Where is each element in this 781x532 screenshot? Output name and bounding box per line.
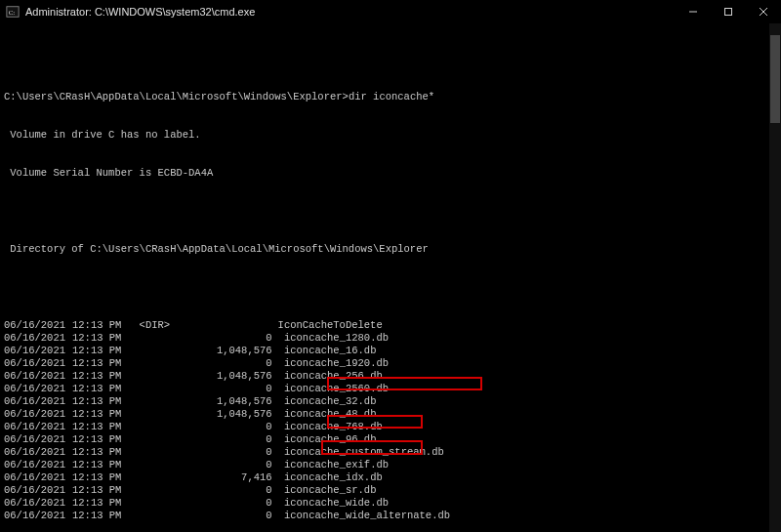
dir-entry: 06/16/202112:13 PM 0 iconcache_wide_alte…: [4, 510, 781, 522]
dir-entry: 06/16/202112:13 PM 0 iconcache_wide.db: [4, 497, 781, 510]
terminal-output: C:\Users\CRasH\AppData\Local\Microsoft\W…: [0, 23, 781, 532]
prompt-path: C:\Users\CRasH\AppData\Local\Microsoft\W…: [4, 91, 343, 102]
dir-entry: 06/16/202112:13 PM 0 iconcache_custom_st…: [4, 446, 781, 459]
scrollbar-track[interactable]: [769, 23, 781, 532]
window-title: Administrator: C:\WINDOWS\system32\cmd.e…: [25, 6, 676, 18]
dir-entry: 06/16/202112:13 PM 1,048,576 iconcache_2…: [4, 370, 781, 383]
cmd-icon: C:: [6, 5, 20, 19]
window-titlebar: C: Administrator: C:\WINDOWS\system32\cm…: [0, 0, 781, 23]
command-dir: dir iconcache*: [349, 91, 434, 102]
dir-entry: 06/16/202112:13 PM 0 iconcache_1920.db: [4, 357, 781, 370]
dir-entry: 06/16/202112:13 PM 0 iconcache_sr.db: [4, 484, 781, 497]
dir-entry: 06/16/202112:13 PM 0 iconcache_768.db: [4, 421, 781, 433]
directory-listing: 06/16/202112:13 PM <DIR>IconCacheToDelet…: [4, 319, 781, 522]
volume-line: Volume in drive C has no label.: [4, 129, 781, 142]
directory-of-line: Directory of C:\Users\CRasH\AppData\Loca…: [4, 243, 781, 256]
maximize-button[interactable]: [711, 0, 746, 23]
terminal-area[interactable]: C:\Users\CRasH\AppData\Local\Microsoft\W…: [0, 23, 781, 532]
dir-entry: 06/16/202112:13 PM 1,048,576 iconcache_4…: [4, 408, 781, 421]
close-button[interactable]: [746, 0, 781, 23]
dir-entry: 06/16/202112:13 PM 0 iconcache_96.db: [4, 433, 781, 446]
dir-entry: 06/16/202112:13 PM <DIR>IconCacheToDelet…: [4, 319, 781, 332]
svg-rect-3: [725, 9, 732, 16]
window-controls: [676, 0, 781, 23]
dir-entry: 06/16/202112:13 PM 7,416 iconcache_idx.d…: [4, 471, 781, 484]
dir-entry: 06/16/202112:13 PM 1,048,576 iconcache_1…: [4, 345, 781, 357]
minimize-button[interactable]: [676, 0, 711, 23]
dir-entry: 06/16/202112:13 PM 1,048,576 iconcache_3…: [4, 395, 781, 408]
dir-entry: 06/16/202112:13 PM 0 iconcache_1280.db: [4, 332, 781, 345]
serial-line: Volume Serial Number is ECBD-DA4A: [4, 167, 781, 180]
scrollbar-thumb[interactable]: [770, 35, 780, 123]
svg-text:C:: C:: [9, 9, 16, 17]
dir-entry: 06/16/202112:13 PM 0 iconcache_2560.db: [4, 383, 781, 395]
dir-entry: 06/16/202112:13 PM 0 iconcache_exif.db: [4, 459, 781, 471]
